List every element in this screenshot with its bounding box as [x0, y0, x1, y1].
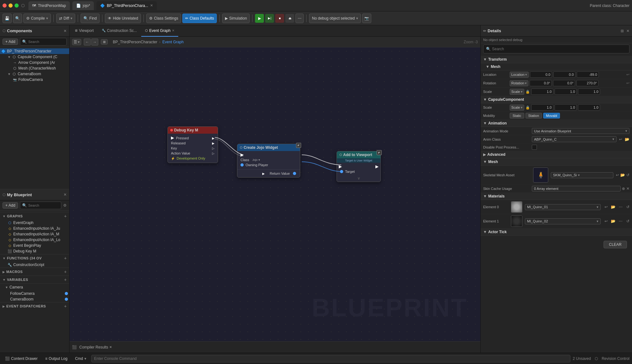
- functions-add[interactable]: +: [64, 256, 67, 261]
- tab-viewport[interactable]: 🖥 Viewport: [71, 25, 97, 37]
- cmd-input[interactable]: [94, 356, 568, 361]
- disable-post-toggle[interactable]: [532, 145, 537, 150]
- mesh-browse-icon[interactable]: 📂: [620, 173, 625, 177]
- tree-item-arrow[interactable]: → Arrow Component (Ar: [0, 60, 69, 65]
- tab-eventgraph[interactable]: ⬡ Event Graph ✕: [141, 25, 178, 37]
- diff-button[interactable]: ⇄ Diff ▾: [56, 14, 75, 23]
- anim-class-browse[interactable]: 📂: [625, 137, 629, 142]
- rotation-y[interactable]: [553, 80, 575, 86]
- mat-0-nav[interactable]: ↩: [605, 205, 608, 209]
- scale-y[interactable]: [555, 88, 577, 95]
- rotation-x[interactable]: [530, 80, 552, 86]
- transform-section[interactable]: ▼ Transform: [481, 56, 632, 63]
- content-drawer-button[interactable]: ⬛ Content Drawer: [3, 356, 40, 361]
- location-dropdown[interactable]: Location ▾: [510, 72, 529, 78]
- close-dot[interactable]: [3, 3, 7, 8]
- mesh-reset-icon[interactable]: ↺: [626, 173, 629, 177]
- cmd-input-box[interactable]: [91, 355, 570, 362]
- hide-unrelated-button[interactable]: 👁 Hide Unrelated: [105, 14, 141, 23]
- variables-section[interactable]: ▼ VARIABLES +: [0, 276, 69, 283]
- mat-0-reset[interactable]: ↺: [626, 205, 629, 209]
- tree-event-beginplay[interactable]: ◇ Event BeginPlay: [0, 243, 69, 248]
- mat-0-more[interactable]: ⋯: [619, 205, 623, 209]
- nav-forward[interactable]: →: [91, 39, 98, 46]
- skin-cache-add[interactable]: ⊕: [622, 186, 625, 191]
- components-close[interactable]: ✕: [64, 29, 67, 33]
- details-search-box[interactable]: 🔍: [483, 45, 629, 53]
- mybp-add-button[interactable]: + Add: [3, 202, 18, 209]
- graphs-add[interactable]: +: [64, 214, 67, 219]
- minimize-dot[interactable]: [9, 3, 13, 8]
- scale-dropdown[interactable]: Scale ▾: [510, 89, 524, 95]
- tree-item-followcamera[interactable]: 📷 FollowCamera: [0, 77, 69, 82]
- tree-ia-lo[interactable]: ◇ EnhancedInputAction IA_Lo: [0, 237, 69, 243]
- simulation-button[interactable]: ▶ Simulation: [222, 14, 250, 23]
- advanced-section[interactable]: ▶ Advanced: [481, 151, 632, 158]
- tree-item-mesh[interactable]: ⬡ Mesh (CharacterMesh: [0, 65, 69, 71]
- find-button[interactable]: 🔍 Find: [81, 14, 100, 23]
- components-add-button[interactable]: + Add: [3, 39, 18, 45]
- class-defaults-button[interactable]: ✏ Class Defaults: [182, 14, 217, 23]
- class-settings-button[interactable]: ⚙ Class Settings: [146, 14, 181, 23]
- mesh-sub-section[interactable]: ▼ Mesh: [481, 63, 632, 70]
- compiler-results-tab[interactable]: Compiler Results ✕: [79, 345, 112, 349]
- debug-camera-button[interactable]: 📷: [362, 14, 371, 23]
- output-log-button[interactable]: ≡ Output Log: [43, 356, 70, 361]
- mybp-close[interactable]: ✕: [64, 192, 67, 197]
- tree-debug-key-m[interactable]: ⬛ Debug Key M: [0, 248, 69, 254]
- maximize-dot[interactable]: [15, 3, 19, 8]
- mybp-settings-icon[interactable]: ⚙: [63, 203, 67, 208]
- macros-section[interactable]: ▶ MACROS +: [0, 268, 69, 276]
- actor-tick-section[interactable]: ▼ Actor Tick: [481, 228, 632, 236]
- macros-add[interactable]: +: [64, 269, 67, 274]
- graphs-section[interactable]: ▼ GRAPHS +: [0, 212, 69, 220]
- mat-1-nav[interactable]: ↩: [605, 219, 608, 223]
- mobility-movable[interactable]: Movabl: [543, 113, 560, 118]
- capsule-scale-y[interactable]: [555, 104, 577, 111]
- rotation-z[interactable]: [576, 80, 599, 86]
- mat-1-reset[interactable]: ↺: [626, 219, 629, 223]
- tree-eventgraph[interactable]: ⬡ EventGraph: [0, 220, 69, 226]
- browse-button[interactable]: 🔍: [13, 14, 22, 23]
- clear-button[interactable]: CLEAR: [604, 241, 627, 248]
- eventgraph-tab-close[interactable]: ✕: [172, 29, 174, 32]
- location-y[interactable]: [553, 71, 575, 78]
- material-0-select[interactable]: MI_Quinn_01 ▾: [525, 204, 601, 210]
- tab-close-bp[interactable]: ✕: [150, 3, 153, 8]
- mobility-static[interactable]: Static: [510, 113, 524, 118]
- camera-group[interactable]: ▼ Camera: [0, 283, 69, 291]
- breadcrumb-root[interactable]: BP_ThirdPersonCharacter: [113, 40, 157, 44]
- blueprint-canvas[interactable]: Debug Key M Pressed ▶ Released ▶ Key ▷: [70, 47, 480, 341]
- location-z[interactable]: [577, 71, 599, 78]
- hierarchy-button[interactable]: ⊞: [101, 39, 108, 45]
- capsule-section[interactable]: ▼ CapsuleComponent: [481, 96, 632, 103]
- cmd-select[interactable]: Cmd ▾: [72, 356, 88, 361]
- scale-lock-icon[interactable]: 🔒: [526, 90, 530, 94]
- material-1-select[interactable]: MI_Quinn_02 ▾: [525, 218, 601, 224]
- rotation-reset[interactable]: ↩: [626, 81, 629, 85]
- details-close[interactable]: ✕: [626, 29, 629, 33]
- tab-construction[interactable]: 🔧 Construction Sc...: [98, 25, 141, 37]
- tab-thirdpersonmap[interactable]: 🗺 ThirdPersonMap: [28, 1, 70, 10]
- node-expand-btn[interactable]: ∨: [337, 176, 380, 182]
- dispatchers-add[interactable]: +: [64, 304, 67, 309]
- node-create-widget[interactable]: ◤ ⬡ Create Jojo Widget Class Jojo ▾: [237, 144, 300, 178]
- mesh-navigate-icon[interactable]: ↩: [616, 173, 619, 177]
- mat-1-browse[interactable]: 📂: [611, 219, 616, 223]
- viewport-node-collapse[interactable]: ◤: [377, 150, 382, 155]
- anim-mode-value[interactable]: Use Animation Blueprint ▾: [532, 128, 629, 134]
- location-x[interactable]: [530, 71, 552, 78]
- components-search-box[interactable]: 🔍: [20, 38, 67, 46]
- node-collapse-btn[interactable]: ◤: [296, 143, 301, 148]
- mesh-select[interactable]: SKM_Quinn_Si ▾: [551, 172, 613, 178]
- save-button[interactable]: 💾: [3, 14, 12, 23]
- anim-class-value[interactable]: ABP_Quinn_C ▾: [532, 136, 617, 142]
- tree-item-cameraboom[interactable]: ▼ ⬡ CameraBoom: [0, 71, 69, 77]
- mat-0-browse[interactable]: 📂: [611, 205, 616, 209]
- mesh-section2[interactable]: ▼ Mesh: [481, 158, 632, 166]
- revision-label[interactable]: Revision Control: [602, 356, 629, 361]
- mybp-search-box[interactable]: 🔍: [20, 202, 61, 209]
- details-search-input[interactable]: [492, 47, 627, 51]
- mat-1-more[interactable]: ⋯: [619, 219, 623, 223]
- step-button[interactable]: ▶|: [265, 14, 274, 23]
